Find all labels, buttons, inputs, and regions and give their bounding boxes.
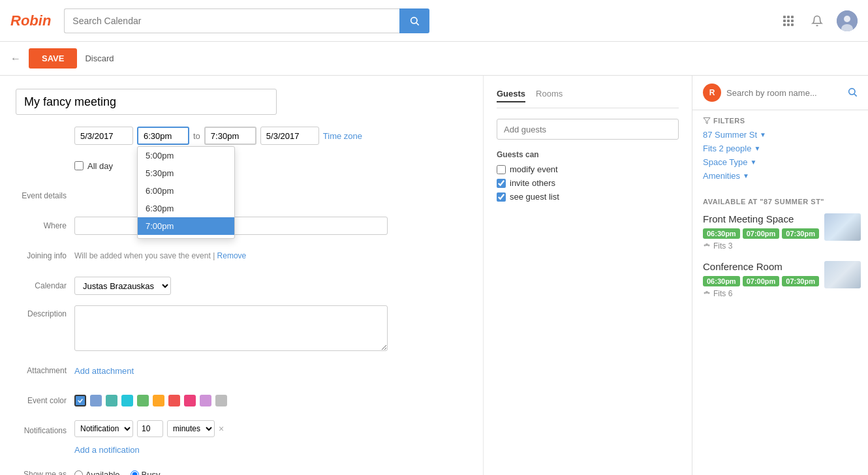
color-swatch-7[interactable] [184,395,196,406]
color-swatch-0[interactable] [74,395,86,406]
description-row: Description [16,305,467,351]
room-time-badge-0-1[interactable]: 07:00pm [743,228,780,239]
svg-marker-7 [704,118,710,124]
user-avatar[interactable] [837,10,858,31]
end-date-input[interactable] [260,127,319,145]
filters-title: FILTERS [703,117,858,125]
room-search-icon[interactable] [847,87,858,99]
room-time-badge-1-2[interactable]: 07:30pm [782,276,819,286]
app-logo: Robin [10,12,51,29]
time-option-600pm[interactable]: 6:00pm [138,182,234,200]
color-swatches [74,395,227,406]
svg-point-11 [705,291,708,294]
show-me-as-label: Show me as [16,470,74,475]
main-layout: 5:00pm 5:30pm 6:00pm 6:30pm 7:00pm 7:30p… [0,76,868,475]
attachment-label: Attachment [16,366,74,375]
room-times-0: 06:30pm 07:00pm 07:30pm [703,228,819,239]
available-title: AVAILABLE AT "87 SUMMER ST" [703,198,858,206]
notifications-row: Notifications Notification minutes × Add… [16,420,467,455]
allday-checkbox[interactable] [74,161,84,170]
color-swatch-5[interactable] [153,395,164,406]
notification-remove-icon[interactable]: × [219,423,224,434]
add-guests-input[interactable] [497,119,679,140]
time-option-730pm[interactable]: 7:30pm [138,235,234,238]
start-date-input[interactable] [74,127,133,145]
room-search-input[interactable] [726,84,842,102]
room-time-badge-0-2[interactable]: 07:30pm [782,228,819,239]
joining-info-row: Joining info Will be added when you save… [16,245,467,266]
timezone-link[interactable]: Time zone [323,131,362,141]
svg-point-3 [844,16,850,22]
attachment-row: Attachment Add attachment [16,360,467,381]
date-time-controls: 5:00pm 5:30pm 6:00pm 6:30pm 7:00pm 7:30p… [74,127,362,145]
room-fits-0: Fits 3 [703,241,819,251]
notification-number-input[interactable] [137,420,163,437]
filter-space-type[interactable]: Space Type ▼ [703,157,858,167]
color-swatch-2[interactable] [106,395,117,406]
back-button[interactable]: ← [10,53,21,65]
busy-radio-label[interactable]: Busy [131,470,161,476]
filter-location[interactable]: 87 Summer St ▼ [703,130,858,140]
filter-space-type-chevron: ▼ [750,159,756,166]
start-time-input[interactable] [137,127,189,145]
filter-people[interactable]: Fits 2 people ▼ [703,144,858,153]
description-label: Description [16,305,74,318]
time-option-530pm[interactable]: 5:30pm [138,164,234,182]
save-button[interactable]: SAVE [29,48,77,69]
svg-point-9 [704,245,706,247]
search-input[interactable] [64,8,399,33]
filter-amenities[interactable]: Amenities ▼ [703,171,858,181]
notifications-bell-icon[interactable] [808,12,826,30]
room-time-badge-1-1[interactable]: 07:00pm [743,276,780,286]
calendar-label: Calendar [16,281,74,290]
discard-button[interactable]: Discard [85,54,114,63]
time-option-630pm[interactable]: 6:30pm [138,200,234,217]
invite-others-checkbox[interactable] [497,179,506,188]
event-color-label: Event color [16,396,74,405]
room-time-badge-1-0[interactable]: 06:30pm [703,276,740,286]
color-swatch-6[interactable] [168,395,180,406]
color-swatch-1[interactable] [90,395,102,406]
svg-point-8 [705,243,708,246]
description-textarea[interactable] [74,305,388,351]
invite-others-item: invite others [497,178,679,188]
filters-section: FILTERS 87 Summer St ▼ Fits 2 people ▼ S… [692,110,868,191]
grid-apps-icon[interactable] [779,12,798,30]
modify-event-checkbox[interactable] [497,165,506,174]
color-swatch-9[interactable] [215,395,227,406]
joining-info-remove-link[interactable]: Remove [217,251,247,260]
calendar-row: Calendar Justas Brazauskas [16,275,467,296]
calendar-select[interactable]: Justas Brazauskas [74,277,171,295]
room-time-badge-0-0[interactable]: 06:30pm [703,228,740,239]
time-option-700pm[interactable]: 7:00pm [138,217,234,235]
search-button[interactable] [399,8,429,33]
search-icon [409,16,420,26]
event-details-label: Event details [16,191,74,200]
notifications-label: Notifications [16,426,74,435]
color-swatch-4[interactable] [137,395,149,406]
busy-radio[interactable] [131,470,139,476]
event-title-input[interactable] [16,89,277,115]
color-swatch-3[interactable] [121,395,133,406]
add-attachment-link[interactable]: Add attachment [74,366,134,376]
joining-info-text: Will be added when you save the event | … [74,251,246,260]
joining-info-label: Joining info [16,251,74,260]
svg-point-10 [708,245,710,247]
robin-badge: R [703,84,721,102]
available-radio-label[interactable]: Available [74,470,120,476]
search-bar [64,8,429,33]
tab-guests[interactable]: Guests [497,89,525,102]
notification-type-select[interactable]: Notification [74,420,133,437]
add-notification-link[interactable]: Add a notification [74,445,140,455]
end-time-input[interactable] [204,127,256,145]
tab-rooms[interactable]: Rooms [536,89,563,102]
available-radio[interactable] [74,470,83,476]
event-color-row: Event color [16,390,467,411]
time-option-500pm[interactable]: 5:00pm [138,147,234,164]
color-swatch-8[interactable] [200,395,211,406]
notification-unit-select[interactable]: minutes [167,420,215,437]
guests-tabs: Guests Rooms [497,89,679,108]
show-me-as-options: Available Busy [74,470,160,476]
datetime-row: 5:00pm 5:30pm 6:00pm 6:30pm 7:00pm 7:30p… [16,125,467,146]
see-guest-list-checkbox[interactable] [497,192,506,202]
